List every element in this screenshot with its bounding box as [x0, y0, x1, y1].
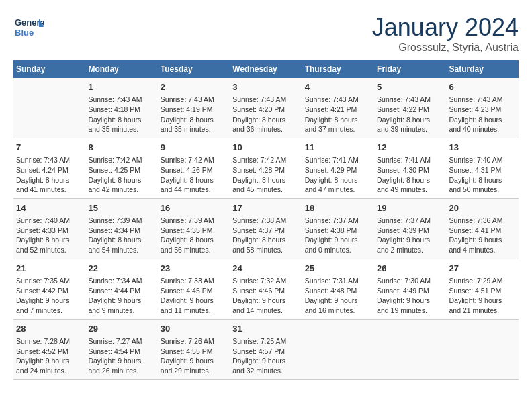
svg-text:Blue: Blue: [15, 28, 34, 38]
day-number: 16: [161, 202, 227, 214]
cell-info: Sunrise: 7:36 AM Sunset: 4:41 PM Dayligh…: [449, 216, 516, 255]
calendar-cell: 20Sunrise: 7:36 AM Sunset: 4:41 PM Dayli…: [447, 198, 519, 259]
calendar-cell: 23Sunrise: 7:33 AM Sunset: 4:45 PM Dayli…: [158, 259, 230, 319]
cell-info: Sunrise: 7:43 AM Sunset: 4:24 PM Dayligh…: [16, 155, 83, 195]
calendar-cell: 21Sunrise: 7:35 AM Sunset: 4:42 PM Dayli…: [13, 259, 85, 319]
location-subtitle: Grosssulz, Styria, Austria: [372, 42, 519, 54]
calendar-cell: 27Sunrise: 7:29 AM Sunset: 4:51 PM Dayli…: [447, 259, 519, 319]
cell-info: Sunrise: 7:27 AM Sunset: 4:54 PM Dayligh…: [88, 336, 154, 376]
title-section: January 2024 Grosssulz, Styria, Austria: [372, 13, 519, 54]
day-number: 6: [449, 81, 516, 93]
calendar-cell: [302, 319, 374, 379]
day-number: 29: [88, 323, 154, 335]
calendar-week-row: 7Sunrise: 7:43 AM Sunset: 4:24 PM Daylig…: [13, 138, 519, 198]
day-number: 14: [16, 202, 83, 214]
calendar-cell: 22Sunrise: 7:34 AM Sunset: 4:44 PM Dayli…: [85, 259, 157, 319]
cell-info: Sunrise: 7:32 AM Sunset: 4:46 PM Dayligh…: [232, 276, 299, 316]
cell-info: Sunrise: 7:31 AM Sunset: 4:48 PM Dayligh…: [305, 276, 371, 316]
calendar-cell: 7Sunrise: 7:43 AM Sunset: 4:24 PM Daylig…: [13, 138, 85, 198]
calendar-cell: 24Sunrise: 7:32 AM Sunset: 4:46 PM Dayli…: [230, 259, 302, 319]
day-number: 11: [305, 142, 371, 154]
calendar-cell: 5Sunrise: 7:43 AM Sunset: 4:22 PM Daylig…: [374, 78, 446, 138]
weekday-header-thursday: Thursday: [302, 60, 374, 78]
calendar-cell: [13, 78, 85, 138]
cell-info: Sunrise: 7:41 AM Sunset: 4:30 PM Dayligh…: [377, 155, 443, 195]
day-number: 19: [377, 202, 443, 214]
day-number: 31: [232, 323, 299, 335]
weekday-header-sunday: Sunday: [13, 60, 85, 78]
cell-info: Sunrise: 7:37 AM Sunset: 4:38 PM Dayligh…: [305, 216, 371, 255]
cell-info: Sunrise: 7:43 AM Sunset: 4:21 PM Dayligh…: [305, 95, 371, 134]
day-number: 25: [305, 263, 371, 275]
cell-info: Sunrise: 7:28 AM Sunset: 4:52 PM Dayligh…: [16, 336, 83, 376]
weekday-header-row: SundayMondayTuesdayWednesdayThursdayFrid…: [13, 60, 519, 78]
calendar-cell: 17Sunrise: 7:38 AM Sunset: 4:37 PM Dayli…: [230, 198, 302, 259]
calendar-cell: 14Sunrise: 7:40 AM Sunset: 4:33 PM Dayli…: [13, 198, 85, 259]
cell-info: Sunrise: 7:40 AM Sunset: 4:33 PM Dayligh…: [16, 216, 83, 255]
day-number: 9: [161, 142, 227, 154]
calendar-cell: 2Sunrise: 7:43 AM Sunset: 4:19 PM Daylig…: [158, 78, 230, 138]
cell-info: Sunrise: 7:39 AM Sunset: 4:35 PM Dayligh…: [161, 216, 227, 255]
day-number: 5: [377, 81, 443, 93]
day-number: 24: [232, 263, 299, 275]
weekday-header-friday: Friday: [374, 60, 446, 78]
day-number: 18: [305, 202, 371, 214]
day-number: 7: [16, 142, 83, 154]
day-number: 10: [232, 142, 299, 154]
day-number: 3: [232, 81, 299, 93]
calendar-cell: 26Sunrise: 7:30 AM Sunset: 4:49 PM Dayli…: [374, 259, 446, 319]
day-number: 21: [16, 263, 83, 275]
day-number: 8: [88, 142, 154, 154]
calendar-cell: 29Sunrise: 7:27 AM Sunset: 4:54 PM Dayli…: [85, 319, 157, 379]
calendar-cell: 30Sunrise: 7:26 AM Sunset: 4:55 PM Dayli…: [158, 319, 230, 379]
day-number: 22: [88, 263, 154, 275]
cell-info: Sunrise: 7:37 AM Sunset: 4:39 PM Dayligh…: [377, 216, 443, 255]
calendar-cell: [447, 319, 519, 379]
cell-info: Sunrise: 7:43 AM Sunset: 4:22 PM Dayligh…: [377, 95, 443, 134]
calendar-cell: 15Sunrise: 7:39 AM Sunset: 4:34 PM Dayli…: [85, 198, 157, 259]
cell-info: Sunrise: 7:33 AM Sunset: 4:45 PM Dayligh…: [161, 276, 227, 316]
day-number: 30: [161, 323, 227, 335]
calendar-cell: 10Sunrise: 7:42 AM Sunset: 4:28 PM Dayli…: [230, 138, 302, 198]
day-number: 26: [377, 263, 443, 275]
cell-info: Sunrise: 7:41 AM Sunset: 4:29 PM Dayligh…: [305, 155, 371, 195]
calendar-cell: 25Sunrise: 7:31 AM Sunset: 4:48 PM Dayli…: [302, 259, 374, 319]
day-number: 13: [449, 142, 516, 154]
calendar-cell: 11Sunrise: 7:41 AM Sunset: 4:29 PM Dayli…: [302, 138, 374, 198]
calendar-week-row: 1Sunrise: 7:43 AM Sunset: 4:18 PM Daylig…: [13, 78, 519, 138]
calendar-cell: 16Sunrise: 7:39 AM Sunset: 4:35 PM Dayli…: [158, 198, 230, 259]
calendar-week-row: 21Sunrise: 7:35 AM Sunset: 4:42 PM Dayli…: [13, 259, 519, 319]
calendar-table: SundayMondayTuesdayWednesdayThursdayFrid…: [13, 60, 519, 380]
calendar-cell: 18Sunrise: 7:37 AM Sunset: 4:38 PM Dayli…: [302, 198, 374, 259]
cell-info: Sunrise: 7:39 AM Sunset: 4:34 PM Dayligh…: [88, 216, 154, 255]
calendar-cell: 4Sunrise: 7:43 AM Sunset: 4:21 PM Daylig…: [302, 78, 374, 138]
day-number: 15: [88, 202, 154, 214]
weekday-header-monday: Monday: [85, 60, 157, 78]
cell-info: Sunrise: 7:38 AM Sunset: 4:37 PM Dayligh…: [232, 216, 299, 255]
calendar-cell: 13Sunrise: 7:40 AM Sunset: 4:31 PM Dayli…: [447, 138, 519, 198]
calendar-cell: 12Sunrise: 7:41 AM Sunset: 4:30 PM Dayli…: [374, 138, 446, 198]
weekday-header-wednesday: Wednesday: [230, 60, 302, 78]
month-year-title: January 2024: [372, 13, 519, 42]
cell-info: Sunrise: 7:29 AM Sunset: 4:51 PM Dayligh…: [449, 276, 516, 316]
cell-info: Sunrise: 7:43 AM Sunset: 4:19 PM Dayligh…: [161, 95, 227, 134]
calendar-cell: 19Sunrise: 7:37 AM Sunset: 4:39 PM Dayli…: [374, 198, 446, 259]
cell-info: Sunrise: 7:25 AM Sunset: 4:57 PM Dayligh…: [232, 336, 299, 376]
calendar-cell: 28Sunrise: 7:28 AM Sunset: 4:52 PM Dayli…: [13, 319, 85, 379]
cell-info: Sunrise: 7:26 AM Sunset: 4:55 PM Dayligh…: [161, 336, 227, 376]
cell-info: Sunrise: 7:42 AM Sunset: 4:28 PM Dayligh…: [232, 155, 299, 195]
cell-info: Sunrise: 7:43 AM Sunset: 4:18 PM Dayligh…: [88, 95, 154, 134]
calendar-week-row: 28Sunrise: 7:28 AM Sunset: 4:52 PM Dayli…: [13, 319, 519, 379]
calendar-cell: 9Sunrise: 7:42 AM Sunset: 4:26 PM Daylig…: [158, 138, 230, 198]
day-number: 20: [449, 202, 516, 214]
day-number: 4: [305, 81, 371, 93]
day-number: 1: [88, 81, 154, 93]
calendar-cell: [374, 319, 446, 379]
weekday-header-saturday: Saturday: [447, 60, 519, 78]
logo: General Blue: [13, 13, 44, 40]
calendar-cell: 31Sunrise: 7:25 AM Sunset: 4:57 PM Dayli…: [230, 319, 302, 379]
cell-info: Sunrise: 7:43 AM Sunset: 4:23 PM Dayligh…: [449, 95, 516, 134]
calendar-week-row: 14Sunrise: 7:40 AM Sunset: 4:33 PM Dayli…: [13, 198, 519, 259]
day-number: 28: [16, 323, 83, 335]
logo-icon: General Blue: [13, 13, 40, 40]
